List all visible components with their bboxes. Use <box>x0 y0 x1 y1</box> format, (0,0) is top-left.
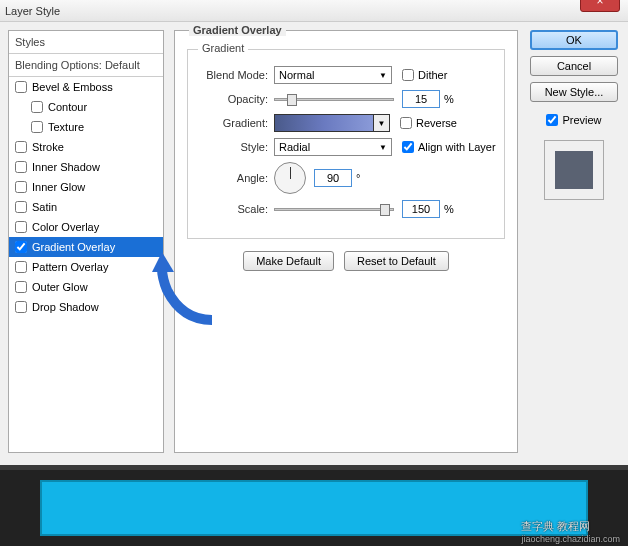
align-checkbox[interactable] <box>402 141 414 153</box>
fieldset-title: Gradient <box>198 42 248 54</box>
style-item-satin[interactable]: Satin <box>9 197 163 217</box>
style-item-gradient-overlay[interactable]: Gradient Overlay <box>9 237 163 257</box>
preview-swatch <box>555 151 593 189</box>
style-item-stroke[interactable]: Stroke <box>9 137 163 157</box>
contour-checkbox[interactable] <box>31 101 43 113</box>
close-button[interactable]: × <box>580 0 620 12</box>
stroke-checkbox[interactable] <box>15 141 27 153</box>
style-item-outer-glow[interactable]: Outer Glow <box>9 277 163 297</box>
slider-thumb[interactable] <box>380 204 390 216</box>
percent-unit: % <box>444 93 454 105</box>
color-overlay-checkbox[interactable] <box>15 221 27 233</box>
satin-checkbox[interactable] <box>15 201 27 213</box>
style-item-pattern-overlay[interactable]: Pattern Overlay <box>9 257 163 277</box>
scale-input[interactable] <box>402 200 440 218</box>
cancel-button[interactable]: Cancel <box>530 56 618 76</box>
gradient-dropdown-arrow[interactable]: ▼ <box>374 114 390 132</box>
dialog-body: Styles Blending Options: Default Bevel &… <box>0 22 628 465</box>
angle-input[interactable] <box>314 169 352 187</box>
titlebar[interactable]: Layer Style × <box>0 0 628 22</box>
gradient-label: Gradient: <box>196 117 274 129</box>
styles-header[interactable]: Styles <box>9 31 163 54</box>
preview-thumbnail <box>544 140 604 200</box>
outer-glow-checkbox[interactable] <box>15 281 27 293</box>
gradient-fieldset: Gradient Blend Mode: Normal▼ Dither Opac… <box>187 49 505 239</box>
style-label: Style: <box>196 141 274 153</box>
preview-checkbox[interactable] <box>546 114 558 126</box>
layer-style-dialog: Layer Style × Styles Blending Options: D… <box>0 0 628 465</box>
texture-checkbox[interactable] <box>31 121 43 133</box>
gradient-swatch[interactable] <box>274 114 374 132</box>
style-item-color-overlay[interactable]: Color Overlay <box>9 217 163 237</box>
preview-checkbox-wrap[interactable]: Preview <box>546 114 601 126</box>
opacity-label: Opacity: <box>196 93 274 105</box>
new-style-button[interactable]: New Style... <box>530 82 618 102</box>
blend-mode-select[interactable]: Normal▼ <box>274 66 392 84</box>
settings-panel: Gradient Overlay Gradient Blend Mode: No… <box>174 30 518 453</box>
opacity-slider[interactable] <box>274 98 394 101</box>
drop-shadow-checkbox[interactable] <box>15 301 27 313</box>
gradient-overlay-checkbox[interactable] <box>15 241 27 253</box>
scale-label: Scale: <box>196 203 274 215</box>
action-panel: OK Cancel New Style... Preview <box>528 30 620 453</box>
reverse-checkbox[interactable] <box>400 117 412 129</box>
percent-unit: % <box>444 203 454 215</box>
opacity-input[interactable] <box>402 90 440 108</box>
reset-default-button[interactable]: Reset to Default <box>344 251 449 271</box>
canvas-shape <box>40 480 588 536</box>
ok-button[interactable]: OK <box>530 30 618 50</box>
dither-checkbox[interactable] <box>402 69 414 81</box>
angle-dial[interactable] <box>274 162 306 194</box>
style-item-contour[interactable]: Contour <box>9 97 163 117</box>
dialog-title: Layer Style <box>5 5 60 17</box>
slider-thumb[interactable] <box>287 94 297 106</box>
angle-label: Angle: <box>196 172 274 184</box>
styles-list: Styles Blending Options: Default Bevel &… <box>8 30 164 453</box>
blend-mode-label: Blend Mode: <box>196 69 274 81</box>
watermark: 查字典 教程网 jiaocheng.chazidian.com <box>521 518 620 544</box>
scale-slider[interactable] <box>274 208 394 211</box>
section-title: Gradient Overlay <box>189 24 286 36</box>
make-default-button[interactable]: Make Default <box>243 251 334 271</box>
dither-checkbox-wrap[interactable]: Dither <box>402 69 447 81</box>
style-item-inner-shadow[interactable]: Inner Shadow <box>9 157 163 177</box>
inner-shadow-checkbox[interactable] <box>15 161 27 173</box>
blending-options[interactable]: Blending Options: Default <box>9 54 163 77</box>
style-select[interactable]: Radial▼ <box>274 138 392 156</box>
chevron-down-icon: ▼ <box>379 71 387 80</box>
bevel-checkbox[interactable] <box>15 81 27 93</box>
style-item-bevel[interactable]: Bevel & Emboss <box>9 77 163 97</box>
chevron-down-icon: ▼ <box>379 143 387 152</box>
style-item-drop-shadow[interactable]: Drop Shadow <box>9 297 163 317</box>
align-checkbox-wrap[interactable]: Align with Layer <box>402 141 496 153</box>
canvas-area: 查字典 教程网 jiaocheng.chazidian.com <box>0 470 628 546</box>
pattern-overlay-checkbox[interactable] <box>15 261 27 273</box>
degree-unit: ° <box>356 172 360 184</box>
style-item-inner-glow[interactable]: Inner Glow <box>9 177 163 197</box>
reverse-checkbox-wrap[interactable]: Reverse <box>400 117 457 129</box>
style-item-texture[interactable]: Texture <box>9 117 163 137</box>
inner-glow-checkbox[interactable] <box>15 181 27 193</box>
